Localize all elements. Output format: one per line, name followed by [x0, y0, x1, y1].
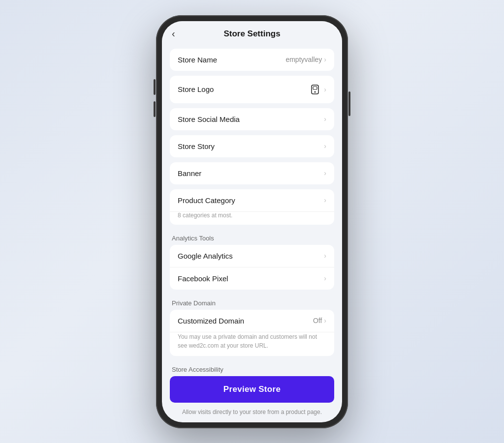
- store-story-chevron: ›: [324, 142, 326, 150]
- store-logo-value-group: ›: [308, 83, 326, 96]
- facebook-pixel-chevron: ›: [324, 274, 326, 282]
- store-name-chevron: ›: [324, 56, 326, 63]
- store-story-value-group: ›: [324, 142, 326, 150]
- banner-card: Banner ›: [170, 162, 334, 184]
- banner-row[interactable]: Banner ›: [170, 162, 334, 184]
- customized-domain-row[interactable]: Customized Domain Off ›: [170, 310, 334, 332]
- banner-value-group: ›: [324, 169, 326, 177]
- store-name-row[interactable]: Store Name emptyvalley ›: [170, 49, 334, 71]
- product-category-card: Product Category › 8 categories at most.: [170, 189, 334, 225]
- accessibility-description: Allow visits directly to your store from…: [170, 407, 334, 417]
- phone-screen: ‹ Store Settings Store Name emptyvalley …: [162, 21, 342, 422]
- power-btn: [348, 91, 350, 116]
- store-social-media-label: Store Social Media: [178, 115, 240, 123]
- preview-btn-wrapper: Preview Store: [170, 376, 334, 403]
- facebook-pixel-row[interactable]: Facebook Pixel ›: [170, 267, 334, 290]
- store-social-media-chevron: ›: [324, 115, 326, 123]
- settings-content: Store Name emptyvalley › Store Logo: [162, 45, 342, 422]
- customized-domain-value: Off: [313, 317, 322, 325]
- store-story-card: Store Story ›: [170, 135, 334, 157]
- store-name-card: Store Name emptyvalley ›: [170, 49, 334, 71]
- store-logo-chevron: ›: [324, 86, 326, 93]
- product-category-row[interactable]: Product Category ›: [170, 189, 334, 212]
- store-name-label: Store Name: [178, 56, 217, 64]
- domain-card: Customized Domain Off › You may use a pr…: [170, 310, 334, 356]
- facebook-pixel-label: Facebook Pixel: [178, 274, 228, 283]
- banner-label: Banner: [178, 169, 201, 177]
- svg-point-2: [315, 91, 316, 92]
- volume-up-btn: [154, 79, 156, 95]
- preview-store-button[interactable]: Preview Store: [170, 376, 334, 403]
- customized-domain-label: Customized Domain: [178, 317, 244, 325]
- google-analytics-row[interactable]: Google Analytics ›: [170, 245, 334, 267]
- store-social-media-row[interactable]: Store Social Media ›: [170, 108, 334, 130]
- banner-chevron: ›: [324, 169, 326, 177]
- store-story-row[interactable]: Store Story ›: [170, 135, 334, 157]
- product-category-sub: 8 categories at most.: [170, 212, 334, 225]
- store-name-value: emptyvalley: [285, 56, 322, 63]
- store-logo-card: Store Logo ›: [170, 76, 334, 103]
- google-analytics-label: Google Analytics: [178, 252, 233, 260]
- customized-domain-chevron: ›: [324, 317, 326, 325]
- customized-domain-value-group: Off ›: [313, 317, 326, 325]
- domain-section-header: Private Domain: [170, 295, 334, 310]
- google-analytics-value-group: ›: [324, 252, 326, 260]
- svg-rect-1: [313, 87, 317, 89]
- analytics-card: Google Analytics › Facebook Pixel ›: [170, 245, 334, 290]
- store-social-media-value-group: ›: [324, 115, 326, 123]
- phone-frame: ‹ Store Settings Store Name emptyvalley …: [156, 15, 348, 428]
- store-name-value-group: emptyvalley ›: [285, 56, 326, 63]
- google-analytics-chevron: ›: [324, 252, 326, 260]
- store-logo-label: Store Logo: [178, 85, 214, 93]
- store-logo-icon: [308, 83, 322, 96]
- header: ‹ Store Settings: [162, 21, 342, 45]
- back-button[interactable]: ‹: [172, 28, 175, 39]
- facebook-pixel-value-group: ›: [324, 274, 326, 282]
- screen-content: ‹ Store Settings Store Name emptyvalley …: [162, 21, 342, 422]
- domain-description: You may use a private domain and custome…: [170, 332, 334, 356]
- product-category-label: Product Category: [178, 196, 235, 205]
- volume-down-btn: [154, 101, 156, 117]
- product-category-value-group: ›: [324, 196, 326, 204]
- store-story-label: Store Story: [178, 142, 215, 150]
- store-social-media-card: Store Social Media ›: [170, 108, 334, 130]
- analytics-section-header: Analytics Tools: [170, 230, 334, 245]
- accessibility-section-header: Store Accessibility: [170, 361, 334, 376]
- page-title: Store Settings: [223, 29, 280, 39]
- product-category-chevron: ›: [324, 196, 326, 204]
- store-logo-row[interactable]: Store Logo ›: [170, 76, 334, 103]
